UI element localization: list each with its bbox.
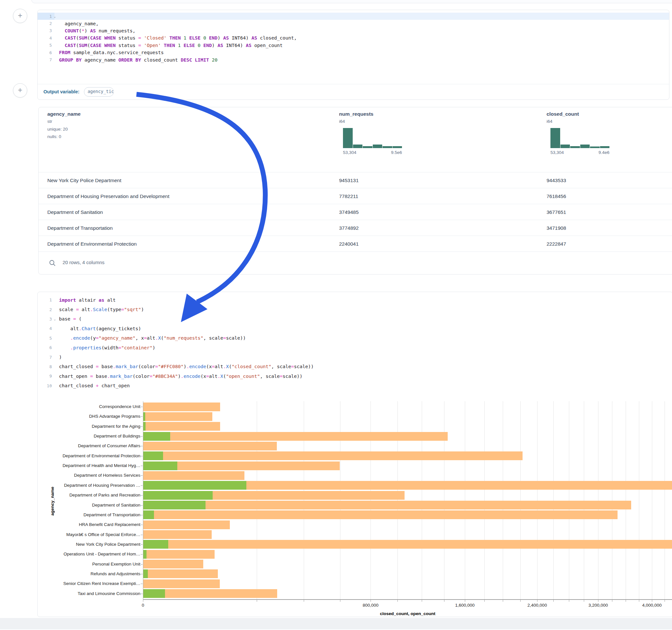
x-tick xyxy=(569,600,569,602)
active-line-highlight xyxy=(38,13,669,20)
python-code-editor[interactable]: 1import altair as alt2scale = alt.Scale(… xyxy=(38,292,672,390)
add-cell-button[interactable]: + xyxy=(13,9,27,23)
x-tick xyxy=(520,600,521,602)
y-tick xyxy=(141,544,143,545)
closed-count-bar xyxy=(143,452,523,460)
sql-cell-card: 1⌄SELECT 2 agency_name,3 COUNT(*) AS num… xyxy=(37,10,669,100)
code-text: chart_closed = base.mark_bar(color="#FFC… xyxy=(54,364,314,369)
code-text: COUNT(*) AS num_requests, xyxy=(54,28,136,33)
open-count-bar xyxy=(143,481,246,490)
code-text: CAST(SUM(CASE WHEN status = 'Open' THEN … xyxy=(54,43,283,48)
line-number: 2 xyxy=(38,307,54,312)
y-tick xyxy=(141,554,143,555)
table-cell: Department of Transportation xyxy=(47,220,113,236)
x-tick xyxy=(665,600,665,602)
line-number: 8 xyxy=(38,364,54,369)
y-tick-label: Department for the Aging xyxy=(38,424,140,429)
table-cell: 3677651 xyxy=(547,204,566,220)
table-cell: Department of Sanitation xyxy=(47,204,103,220)
y-tick-label: Department of Transportation xyxy=(38,512,140,517)
collapse-chevron-icon[interactable]: ⌄ xyxy=(54,317,56,321)
y-tick xyxy=(141,525,143,525)
code-line: 8chart_closed = base.mark_bar(color="#FF… xyxy=(38,362,672,371)
x-tick xyxy=(143,600,143,602)
column-header[interactable]: closed_count xyxy=(547,111,579,117)
line-number: 3 xyxy=(38,28,54,33)
x-tick xyxy=(553,600,554,602)
x-tick xyxy=(639,600,639,602)
line-number: 1 xyxy=(38,297,54,302)
closed-count-bar xyxy=(143,530,212,539)
open-count-bar xyxy=(143,501,206,509)
open-count-bar xyxy=(143,570,148,578)
gridline xyxy=(612,401,613,599)
x-tick-label: 0 xyxy=(120,603,166,608)
code-text: chart_open = base.mark_bar(color="#8BC34… xyxy=(54,374,303,379)
column-type: str xyxy=(47,119,52,124)
table-cell: 2240041 xyxy=(339,236,359,252)
notebook-page: + + 1⌄SELECT 2 agency_name,3 COUNT(*) AS… xyxy=(0,0,672,630)
code-text: ) xyxy=(54,355,62,360)
plus-icon: + xyxy=(18,86,22,94)
closed-count-bar xyxy=(143,570,218,578)
open-count-bar xyxy=(143,452,163,460)
x-tick xyxy=(340,600,340,602)
gridline xyxy=(584,401,584,599)
y-tick xyxy=(141,427,143,427)
closed-count-bar xyxy=(143,412,212,421)
x-tick xyxy=(598,600,598,602)
line-number: 6 xyxy=(38,50,54,55)
closed-count-bar xyxy=(143,579,220,588)
output-variable-pill[interactable]: agency_tickets xyxy=(84,87,114,97)
result-table-card: agency_namestrunique: 20nulls: 0num_requ… xyxy=(38,107,672,274)
column-header[interactable]: num_requests xyxy=(339,111,374,117)
gridline xyxy=(304,401,304,599)
line-number: 2 xyxy=(38,21,54,26)
y-tick-label: Operations Unit - Department of Hom… xyxy=(38,552,140,557)
x-tick xyxy=(503,600,503,602)
x-tick xyxy=(652,600,652,602)
line-number: 6 xyxy=(38,345,54,350)
code-line: 3 COUNT(*) AS num_requests, xyxy=(38,27,669,34)
y-tick-label: Department of Parks and Recreation xyxy=(38,492,140,498)
y-axis-title: agency_name xyxy=(50,474,55,529)
y-tick xyxy=(141,407,143,407)
x-tick xyxy=(398,600,398,602)
code-text: scale = alt.Scale(type="sqrt") xyxy=(54,307,144,312)
sql-code-editor[interactable]: 1⌄SELECT 2 agency_name,3 COUNT(*) AS num… xyxy=(38,10,669,64)
gridline xyxy=(503,401,503,599)
table-row-count: 20 rows, 4 columns xyxy=(63,260,104,265)
line-number: 5 xyxy=(38,336,54,341)
y-tick-label: Mayorâ€ s Office of Special Enforce… xyxy=(38,532,140,537)
line-number: 1⌄ xyxy=(38,14,54,19)
open-count-bar xyxy=(143,589,165,598)
x-tick xyxy=(304,600,304,602)
python-cell-card: 1import altair as alt2scale = alt.Scale(… xyxy=(37,292,672,617)
line-number: 7 xyxy=(38,57,54,62)
x-tick-label: 800,000 xyxy=(348,603,393,608)
code-line: 6FROM sample_data.nyc.service_requests xyxy=(38,49,669,56)
open-count-bar xyxy=(143,550,146,559)
code-line: 2 agency_name, xyxy=(38,20,669,27)
code-text: CAST(SUM(CASE WHEN status = 'Closed' THE… xyxy=(54,35,296,41)
line-number: 4 xyxy=(38,326,54,331)
open-count-bar xyxy=(143,491,213,500)
code-line: 9chart_open = base.mark_bar(color="#8BC3… xyxy=(38,371,672,381)
table-cell: Department of Environmental Protection xyxy=(47,236,137,252)
code-text: alt.Chart(agency_tickets) xyxy=(54,326,141,331)
y-tick-label: Department of Sanitation xyxy=(38,503,140,508)
open-count-bar xyxy=(143,510,154,519)
plus-icon: + xyxy=(18,11,22,20)
collapse-chevron-icon[interactable]: ⌄ xyxy=(54,15,56,18)
column-header[interactable]: agency_name xyxy=(47,111,81,117)
search-icon[interactable] xyxy=(49,260,56,267)
add-cell-button[interactable]: + xyxy=(13,83,27,98)
gridline xyxy=(553,401,554,599)
line-number: 5 xyxy=(38,43,54,48)
code-text: GROUP BY agency_name ORDER BY closed_cou… xyxy=(54,57,217,63)
open-count-bar xyxy=(143,432,170,441)
x-tick xyxy=(612,600,613,602)
y-tick xyxy=(141,564,143,564)
gridline xyxy=(665,401,665,599)
x-tick xyxy=(537,600,537,602)
